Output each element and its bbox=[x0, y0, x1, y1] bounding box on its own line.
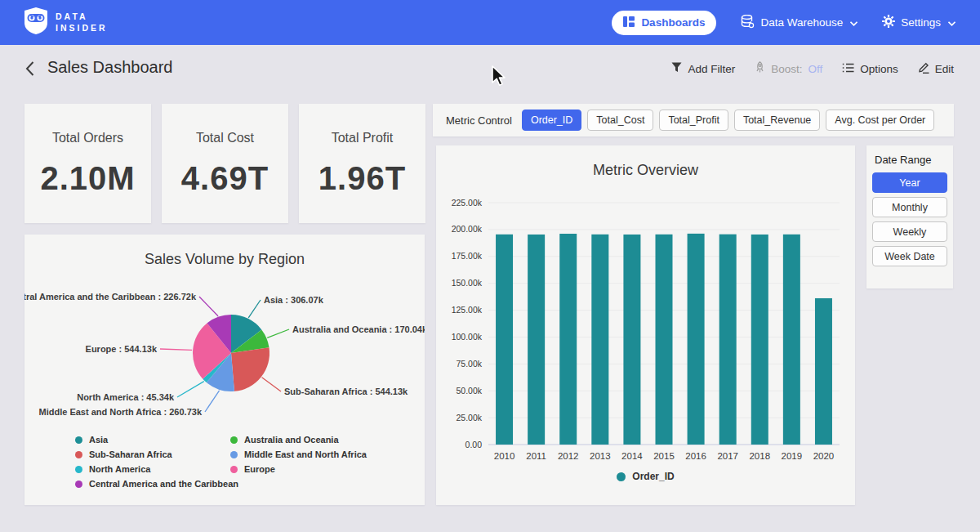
legend-label: Asia bbox=[89, 435, 108, 445]
legend-dot bbox=[617, 472, 626, 481]
kpi-value: 2.10M bbox=[40, 160, 135, 197]
date-range-buttons: YearMonthlyWeeklyWeek Date bbox=[872, 172, 947, 266]
pie-legend-item[interactable]: Central America and the Caribbean bbox=[75, 479, 238, 489]
boost-value: Off bbox=[808, 63, 822, 75]
filter-funnel-icon bbox=[671, 62, 682, 75]
date-range-label: Date Range bbox=[875, 154, 947, 166]
legend-label: Sub-Saharan Africa bbox=[89, 449, 172, 459]
pie-legend-item[interactable]: North America bbox=[75, 464, 238, 474]
data-warehouse-menu[interactable]: Data Warehouse bbox=[741, 15, 858, 31]
pie-slice-label: Sub-Saharan Africa : 544.13k bbox=[284, 387, 408, 396]
metric-option-total-cost[interactable]: Total_Cost bbox=[587, 110, 653, 131]
pie-legend-item[interactable]: Asia bbox=[75, 435, 238, 445]
page-header: Sales Dashboard Add Filter Boost: Off bbox=[0, 45, 980, 91]
svg-text:25.00k: 25.00k bbox=[456, 413, 482, 422]
list-options-icon bbox=[842, 63, 854, 75]
kpi-card-total-profit: Total Profit 1.96T bbox=[299, 104, 425, 223]
page-title: Sales Dashboard bbox=[47, 58, 172, 77]
svg-text:200.00k: 200.00k bbox=[452, 224, 483, 234]
settings-label: Settings bbox=[901, 16, 941, 29]
pie-slice-label: North America : 45.34k bbox=[77, 392, 175, 402]
pie-legend-item[interactable]: Europe bbox=[230, 464, 367, 474]
pie-legend-item[interactable]: Middle East and North Africa bbox=[230, 449, 367, 459]
legend-dot bbox=[75, 481, 82, 488]
metric-control-buttons: Order_IDTotal_CostTotal_ProfitTotal_Reve… bbox=[522, 110, 934, 131]
dashboards-button[interactable]: Dashboards bbox=[612, 11, 716, 35]
pie-slice-label: Europe : 544.13k bbox=[86, 344, 158, 354]
pie-legend-item[interactable]: Sub-Saharan Africa bbox=[75, 449, 238, 459]
svg-text:2015: 2015 bbox=[653, 451, 675, 461]
date-range-option-year[interactable]: Year bbox=[872, 172, 947, 193]
svg-text:2016: 2016 bbox=[685, 451, 706, 461]
date-range-option-monthly[interactable]: Monthly bbox=[872, 197, 947, 217]
legend-dot bbox=[75, 436, 82, 444]
kpi-card-total-orders: Total Orders 2.10M bbox=[24, 104, 151, 223]
svg-text:2020: 2020 bbox=[813, 451, 835, 461]
pie-legend-item[interactable]: Australia and Oceania bbox=[230, 435, 367, 445]
chevron-down-icon bbox=[850, 16, 858, 29]
metric-control-panel: Metric Control Order_IDTotal_CostTotal_P… bbox=[433, 104, 954, 136]
pie-slice-label: Central America and the Caribbean : 226.… bbox=[24, 292, 197, 302]
svg-text:2013: 2013 bbox=[590, 451, 611, 461]
brand-line2: INSIDER bbox=[56, 23, 108, 34]
svg-text:2018: 2018 bbox=[749, 451, 770, 461]
legend-label: Australia and Oceania bbox=[244, 435, 339, 445]
svg-text:75.00k: 75.00k bbox=[456, 359, 482, 369]
svg-text:2012: 2012 bbox=[558, 451, 579, 461]
edit-button[interactable]: Edit bbox=[918, 62, 954, 76]
date-range-option-weekly[interactable]: Weekly bbox=[872, 221, 947, 242]
pie-legend-column: Australia and OceaniaMiddle East and Nor… bbox=[230, 435, 367, 474]
metric-option-order-id[interactable]: Order_ID bbox=[522, 110, 581, 131]
gear-icon bbox=[882, 15, 895, 30]
svg-text:2019: 2019 bbox=[782, 451, 803, 461]
sales-dashboard-screen: DATA INSIDER Dashboards bbox=[0, 0, 980, 532]
legend-dot bbox=[230, 451, 238, 458]
date-range-option-week-date[interactable]: Week Date bbox=[872, 246, 947, 266]
owl-logo-icon bbox=[24, 7, 47, 38]
edit-pencil-icon bbox=[918, 62, 929, 76]
svg-text:100.00k: 100.00k bbox=[452, 332, 483, 342]
legend-label: Europe bbox=[244, 464, 275, 474]
kpi-card-total-cost: Total Cost 4.69T bbox=[162, 104, 288, 223]
dashboards-label: Dashboards bbox=[641, 16, 705, 29]
kpi-value: 4.69T bbox=[181, 160, 269, 197]
boost-toggle[interactable]: Boost: Off bbox=[755, 61, 822, 76]
svg-text:175.00k: 175.00k bbox=[452, 251, 483, 261]
svg-text:225.00k: 225.00k bbox=[452, 198, 483, 208]
back-button[interactable] bbox=[21, 61, 38, 78]
brand-line1: DATA bbox=[56, 11, 108, 22]
svg-text:150.00k: 150.00k bbox=[452, 278, 483, 288]
chevron-down-icon bbox=[948, 16, 956, 29]
kpi-value: 1.96T bbox=[318, 160, 406, 197]
svg-text:50.00k: 50.00k bbox=[456, 386, 482, 396]
brand-logo[interactable]: DATA INSIDER bbox=[24, 7, 108, 38]
legend-label: Middle East and North Africa bbox=[244, 449, 367, 459]
kpi-label: Total Orders bbox=[52, 131, 123, 145]
dashboards-icon bbox=[623, 16, 635, 29]
pie-slice-label: Asia : 306.07k bbox=[264, 295, 324, 305]
legend-label: North America bbox=[89, 464, 150, 474]
database-icon bbox=[741, 15, 755, 31]
kpi-label: Total Cost bbox=[196, 131, 254, 145]
metric-option-total-revenue[interactable]: Total_Revenue bbox=[734, 110, 820, 131]
pie-slice-label: Middle East and North Africa : 260.73k bbox=[39, 407, 203, 417]
svg-text:2017: 2017 bbox=[717, 451, 738, 461]
legend-dot bbox=[75, 451, 82, 458]
pie-slice-label: Australia and Oceania : 170.04k bbox=[292, 324, 425, 334]
boost-rocket-icon bbox=[755, 61, 765, 76]
metric-option-total-profit[interactable]: Total_Profit bbox=[659, 110, 728, 131]
settings-menu[interactable]: Settings bbox=[882, 15, 956, 30]
sales-volume-panel: Sales Volume by Region Asia : 306.07kAus… bbox=[24, 235, 425, 505]
options-button[interactable]: Options bbox=[842, 63, 898, 75]
legend-dot bbox=[75, 466, 82, 473]
add-filter-button[interactable]: Add Filter bbox=[671, 62, 735, 75]
top-nav: DATA INSIDER Dashboards bbox=[0, 0, 980, 45]
metric-overview-panel: Metric Overview 0.0025.00k50.00k75.00k10… bbox=[436, 145, 855, 505]
metric-control-label: Metric Control bbox=[446, 114, 512, 127]
metric-option-avg-cost-per-order[interactable]: Avg. Cost per Order bbox=[826, 110, 934, 131]
date-range-panel: Date Range YearMonthlyWeeklyWeek Date bbox=[866, 145, 953, 288]
kpi-label: Total Profit bbox=[332, 131, 394, 145]
data-warehouse-label: Data Warehouse bbox=[760, 16, 843, 29]
bar-chart-legend[interactable]: Order_ID bbox=[436, 471, 855, 482]
legend-label: Central America and the Caribbean bbox=[89, 479, 238, 489]
